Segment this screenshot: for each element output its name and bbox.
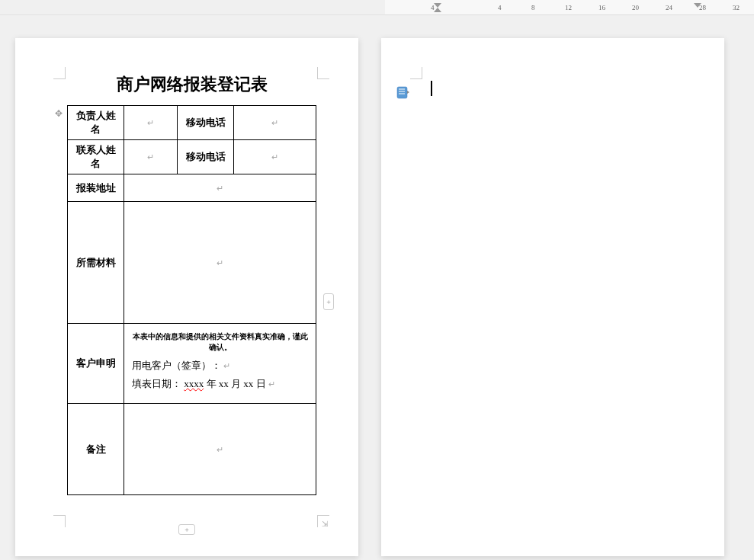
document-title[interactable]: 商户网络报装登记表 — [67, 73, 316, 96]
ruler-tick: 32 — [733, 4, 754, 11]
address-label[interactable]: 报装地址 — [68, 174, 124, 202]
declaration-confirmation-text: 本表中的信息和提供的相关文件资料真实准确，谨此确认。 — [132, 331, 308, 353]
registration-form-table[interactable]: 负责人姓名 ↵ 移动电话 ↵ 联系人姓名 ↵ 移动电话 ↵ 报装地址 ↵ 所需材… — [67, 105, 316, 495]
ruler-tick: 28 — [699, 4, 733, 11]
ruler-tick: 12 — [565, 4, 598, 11]
materials-value[interactable]: ↵ — [124, 202, 316, 324]
margin-corner-bl — [53, 515, 66, 527]
ruler-tick: 16 — [598, 4, 632, 11]
table-row: 备注 ↵ — [68, 404, 316, 495]
responsible-name-label[interactable]: 负责人姓名 — [68, 106, 124, 140]
table-anchor-icon[interactable]: ✥ — [55, 108, 63, 120]
add-column-button[interactable]: + — [323, 293, 334, 310]
horizontal-ruler[interactable]: 4 4 8 12 16 20 24 28 32 36 44 — [385, 0, 754, 15]
margin-corner-tl — [410, 67, 422, 79]
margin-corner-tr — [317, 67, 329, 79]
ruler-tick: 4 — [431, 4, 464, 11]
contact-phone-value[interactable]: ↵ — [234, 140, 316, 174]
remarks-value[interactable]: ↵ — [124, 404, 316, 495]
responsible-phone-value[interactable]: ↵ — [234, 106, 316, 140]
responsible-phone-label[interactable]: 移动电话 — [178, 106, 234, 140]
materials-label[interactable]: 所需材料 — [68, 202, 124, 324]
document-page-2[interactable] — [381, 38, 724, 556]
ruler-tick: 8 — [531, 4, 565, 11]
date-year-placeholder: xxxx — [184, 378, 204, 389]
contact-phone-label[interactable]: 移动电话 — [178, 140, 234, 174]
margin-corner-tl — [53, 67, 66, 79]
ruler-tick: 4 — [498, 4, 531, 11]
document-page-1[interactable]: ✥ 商户网络报装登记表 负责人姓名 ↵ 移动电话 ↵ 联系人姓名 ↵ 移动电话 … — [15, 38, 358, 556]
text-cursor — [431, 81, 432, 96]
responsible-name-value[interactable]: ↵ — [124, 106, 178, 140]
table-row: 所需材料 ↵ — [68, 202, 316, 324]
address-value[interactable]: ↵ — [124, 174, 316, 202]
svg-rect-0 — [397, 87, 407, 98]
contact-name-label[interactable]: 联系人姓名 — [68, 140, 124, 174]
contact-name-value[interactable]: ↵ — [124, 140, 178, 174]
pages-container: ✥ 商户网络报装登记表 负责人姓名 ↵ 移动电话 ↵ 联系人姓名 ↵ 移动电话 … — [0, 19, 754, 560]
table-row: 客户申明 本表中的信息和提供的相关文件资料真实准确，谨此确认。 用电客户（签章）… — [68, 324, 316, 404]
declaration-label[interactable]: 客户申明 — [68, 324, 124, 404]
section-break-icon — [396, 85, 410, 99]
declaration-content[interactable]: 本表中的信息和提供的相关文件资料真实准确，谨此确认。 用电客户（签章）： ↵ 填… — [124, 324, 316, 404]
add-row-button[interactable]: + — [178, 524, 195, 535]
ruler-left-spacer — [0, 0, 385, 15]
ruler-tick: 24 — [666, 4, 699, 11]
table-row: 报装地址 ↵ — [68, 174, 316, 202]
table-row: 联系人姓名 ↵ 移动电话 ↵ — [68, 140, 316, 174]
table-row: 负责人姓名 ↵ 移动电话 ↵ — [68, 106, 316, 140]
ruler-tick: 20 — [632, 4, 666, 11]
declaration-signature-line: 用电客户（签章）： ↵ — [132, 359, 308, 373]
remarks-label[interactable]: 备注 — [68, 404, 124, 495]
declaration-date-line: 填表日期： xxxx 年 xx 月 xx 日 ↵ — [132, 377, 308, 391]
table-resize-handle[interactable]: ⇲ — [322, 520, 329, 527]
